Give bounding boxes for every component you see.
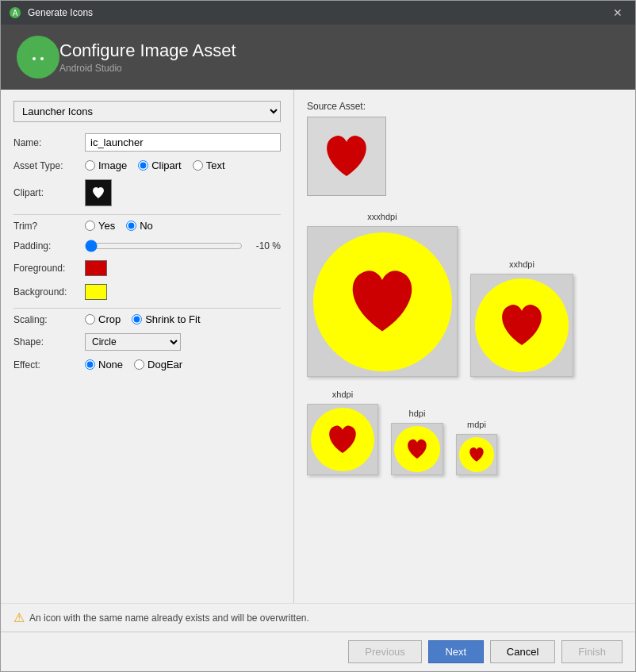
scaling-crop-label: Crop (98, 313, 121, 325)
preview-heart-mdpi (466, 444, 488, 466)
dialog-header: Configure Image Asset Android Studio (1, 25, 635, 90)
icon-type-dropdown[interactable]: Launcher Icons (13, 101, 281, 122)
scaling-crop[interactable]: Crop (85, 313, 121, 325)
name-input[interactable] (85, 133, 281, 152)
right-panel: Source Asset: xxxhdpi (294, 90, 635, 603)
svg-point-4 (33, 57, 36, 60)
scaling-shrink[interactable]: Shrink to Fit (132, 313, 200, 325)
foreground-color-swatch[interactable] (85, 260, 107, 276)
separator-2 (13, 308, 281, 309)
next-button[interactable]: Next (428, 640, 484, 663)
trim-yes[interactable]: Yes (85, 220, 115, 232)
foreground-label: Foreground: (13, 263, 85, 274)
separator-1 (13, 214, 281, 215)
asset-type-text-label: Text (206, 159, 225, 171)
svg-rect-3 (27, 59, 49, 67)
trim-no-label: No (140, 220, 153, 232)
content-area: Launcher Icons Name: Asset Type: Image (1, 90, 635, 603)
preview-mdpi-box (456, 434, 497, 475)
preview-section: xxxhdpi xxhdpi (307, 212, 623, 475)
asset-type-clipart[interactable]: Clipart (138, 159, 182, 171)
shape-control: Circle Square Rounded Square None (85, 333, 281, 351)
effect-dogear-label: DogEar (148, 359, 182, 371)
preview-mdpi: mdpi (456, 420, 497, 475)
previous-button[interactable]: Previous (348, 640, 422, 663)
background-color-swatch[interactable] (85, 284, 107, 300)
clipart-label: Clipart: (13, 187, 85, 198)
name-row: Name: (13, 133, 281, 152)
svg-point-5 (40, 57, 44, 60)
preview-xhdpi-icon (311, 408, 374, 471)
warning-icon: ⚠ (13, 610, 25, 625)
warning-text: An icon with the same name already exist… (29, 612, 309, 624)
title-bar-label: Generate Icons (28, 7, 608, 18)
background-row: Background: (13, 284, 281, 300)
clipart-control (85, 179, 281, 206)
main-window: A Generate Icons ✕ Configure Image Asset… (0, 0, 636, 672)
cancel-button[interactable]: Cancel (490, 640, 555, 663)
effect-dogear[interactable]: DogEar (134, 359, 182, 371)
preview-heart-xxhdpi (490, 294, 554, 357)
preview-xxhdpi-label: xxhdpi (509, 259, 534, 269)
scaling-row: Scaling: Crop Shrink to Fit (13, 313, 281, 325)
window-icon: A (9, 6, 21, 19)
preview-hdpi-label: hdpi (409, 409, 426, 418)
effect-none[interactable]: None (85, 359, 123, 371)
close-button[interactable]: ✕ (608, 5, 627, 21)
effect-label: Effect: (13, 359, 85, 371)
trim-no[interactable]: No (126, 220, 153, 232)
asset-type-clipart-label: Clipart (151, 159, 182, 171)
trim-yes-label: Yes (98, 220, 115, 232)
asset-type-group: Image Clipart Text (85, 159, 281, 171)
preview-row: xxxhdpi xxhdpi (307, 212, 623, 475)
dialog-title: Configure Image Asset (59, 40, 236, 61)
preview-heart-xhdpi (321, 418, 364, 461)
asset-type-row: Asset Type: Image Clipart Text (13, 159, 281, 171)
scaling-shrink-label: Shrink to Fit (145, 313, 200, 325)
preview-mdpi-icon (459, 437, 494, 472)
name-control (85, 133, 281, 152)
effect-group: None DogEar (85, 359, 281, 371)
padding-row: Padding: -10 % (13, 240, 281, 252)
svg-point-8 (28, 49, 31, 52)
trim-group: Yes No (85, 220, 281, 232)
padding-slider[interactable] (85, 240, 243, 252)
shape-label: Shape: (13, 336, 85, 348)
source-asset-image (315, 125, 378, 188)
preview-xxhdpi-box (470, 274, 573, 377)
finish-button[interactable]: Finish (561, 640, 623, 663)
dialog-subtitle: Android Studio (59, 63, 236, 74)
preview-xxhdpi: xxhdpi (470, 259, 573, 377)
shape-row: Shape: Circle Square Rounded Square None (13, 333, 281, 351)
heart-clipart-icon (90, 185, 106, 201)
name-label: Name: (13, 137, 85, 148)
preview-xhdpi-box (307, 404, 378, 475)
warning-bar: ⚠ An icon with the same name already exi… (1, 603, 635, 632)
preview-hdpi-box (391, 423, 443, 475)
clipart-button[interactable] (85, 179, 112, 206)
preview-hdpi: hdpi (391, 409, 443, 475)
title-bar: A Generate Icons ✕ (1, 1, 635, 25)
preview-xxxhdpi-box (307, 226, 458, 377)
preview-mdpi-label: mdpi (467, 420, 486, 429)
asset-type-image-label: Image (98, 159, 127, 171)
android-icon (24, 43, 52, 71)
preview-xxxhdpi-label: xxxhdpi (367, 212, 397, 221)
preview-xxxhdpi-icon (313, 232, 452, 371)
effect-none-label: None (98, 359, 123, 371)
asset-type-image[interactable]: Image (85, 159, 127, 171)
preview-xxxhdpi: xxxhdpi (307, 212, 458, 377)
scaling-label: Scaling: (13, 314, 85, 325)
asset-type-text[interactable]: Text (193, 159, 225, 171)
scaling-group: Crop Shrink to Fit (85, 313, 281, 325)
footer: Previous Next Cancel Finish (1, 632, 635, 671)
svg-point-9 (45, 49, 48, 52)
shape-dropdown[interactable]: Circle Square Rounded Square None (85, 333, 181, 351)
foreground-row: Foreground: (13, 260, 281, 276)
preview-hdpi-icon (394, 426, 440, 472)
header-text: Configure Image Asset Android Studio (59, 40, 236, 74)
svg-text:A: A (13, 9, 18, 17)
source-asset-label: Source Asset: (307, 101, 623, 112)
padding-value: -10 % (249, 240, 281, 252)
effect-row: Effect: None DogEar (13, 359, 281, 371)
